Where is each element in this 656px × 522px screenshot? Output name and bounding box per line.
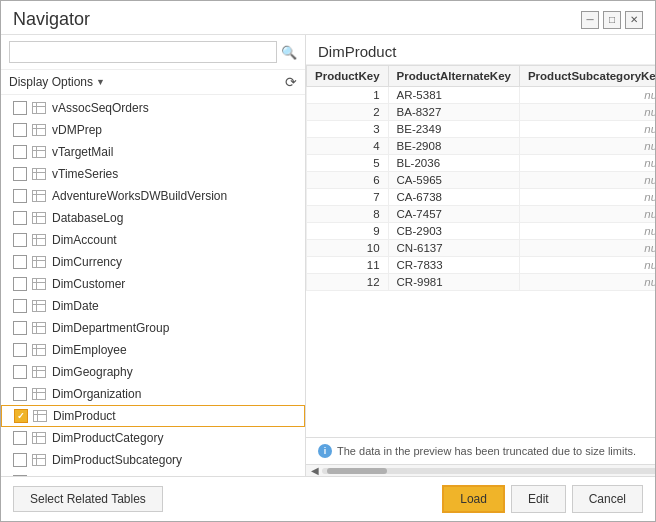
table-cell: CA-6738 [388, 189, 519, 206]
tree-item-checkbox[interactable] [13, 167, 27, 181]
tree-item-checkbox[interactable] [13, 233, 27, 247]
load-button[interactable]: Load [442, 485, 505, 513]
tree-item[interactable]: DimProductSubcategory [1, 449, 305, 471]
tree-item[interactable]: DimProductCategory [1, 427, 305, 449]
tree-item[interactable]: DimOrganization [1, 383, 305, 405]
table-cell: 12 [307, 274, 389, 291]
scrollbar-thumb[interactable] [327, 468, 387, 474]
table-header: ProductKey [307, 66, 389, 87]
tree-item-checkbox[interactable] [13, 101, 27, 115]
table-icon [32, 475, 48, 476]
table-cell: null [519, 138, 655, 155]
tree-item[interactable]: AdventureWorksDWBuildVersion [1, 185, 305, 207]
tree-item-checkbox[interactable] [13, 255, 27, 269]
tree-item-label: DimProduct [53, 409, 116, 423]
tree-item[interactable]: vDMPrep [1, 119, 305, 141]
table-cell: CB-2903 [388, 223, 519, 240]
tree-item-label: DimProductSubcategory [52, 453, 182, 467]
bottom-right: Load Edit Cancel [442, 485, 643, 513]
tree-item-checkbox[interactable] [13, 475, 27, 476]
table-cell: 7 [307, 189, 389, 206]
tree-item[interactable]: DimAccount [1, 229, 305, 251]
table-icon [32, 233, 48, 247]
tree-item-label: DimGeography [52, 365, 133, 379]
tree-item[interactable]: DimEmployee [1, 339, 305, 361]
tree-item-label: vTimeSeries [52, 167, 118, 181]
table-cell: null [519, 172, 655, 189]
table-cell: CR-9981 [388, 274, 519, 291]
table-cell: null [519, 223, 655, 240]
table-icon [32, 167, 48, 181]
tree-item[interactable]: DimProduct [1, 405, 305, 427]
tree-item-checkbox[interactable] [13, 321, 27, 335]
tree-item[interactable]: vTimeSeries [1, 163, 305, 185]
table-cell: 1 [307, 87, 389, 104]
scroll-left-arrow-icon[interactable]: ◀ [308, 465, 322, 476]
table-row: 10CN-6137nullnull [307, 240, 656, 257]
refresh-icon[interactable]: ⟳ [285, 74, 297, 90]
tree-item-checkbox[interactable] [13, 211, 27, 225]
tree-item[interactable]: DimDate [1, 295, 305, 317]
title-bar: Navigator ─ □ ✕ [1, 1, 655, 35]
toolbar: Display Options ▼ ⟳ [1, 70, 305, 95]
table-row: 7CA-6738nullnull [307, 189, 656, 206]
navigator-dialog: Navigator ─ □ ✕ 🔍 Display Options ▼ ⟳ [0, 0, 656, 522]
table-header: ProductAlternateKey [388, 66, 519, 87]
tree-item-checkbox[interactable] [13, 431, 27, 445]
display-options-label: Display Options [9, 75, 93, 89]
maximize-button[interactable]: □ [603, 11, 621, 29]
tree-item-checkbox[interactable] [13, 123, 27, 137]
edit-button[interactable]: Edit [511, 485, 566, 513]
select-related-tables-button[interactable]: Select Related Tables [13, 486, 163, 512]
table-cell: null [519, 274, 655, 291]
tree-item-checkbox[interactable] [13, 343, 27, 357]
truncate-text: The data in the preview has been truncat… [337, 445, 636, 457]
tree-item-label: AdventureWorksDWBuildVersion [52, 189, 227, 203]
table-icon [33, 409, 49, 423]
tree-item[interactable]: vAssocSeqOrders [1, 97, 305, 119]
table-cell: null [519, 121, 655, 138]
table-cell: null [519, 155, 655, 172]
table-icon [32, 343, 48, 357]
display-options-button[interactable]: Display Options ▼ [9, 75, 105, 89]
table-icon [32, 387, 48, 401]
tree-item-checkbox[interactable] [14, 409, 28, 423]
tree-list[interactable]: vAssocSeqOrdersvDMPrepvTargetMailvTimeSe… [1, 95, 305, 476]
tree-item[interactable]: DatabaseLog [1, 207, 305, 229]
table-row: 12CR-9981nullnull [307, 274, 656, 291]
table-icon [32, 101, 48, 115]
cancel-button[interactable]: Cancel [572, 485, 643, 513]
search-bar: 🔍 [1, 35, 305, 70]
tree-item-checkbox[interactable] [13, 453, 27, 467]
tree-item[interactable]: DimDepartmentGroup [1, 317, 305, 339]
table-cell: CN-6137 [388, 240, 519, 257]
table-icon [32, 365, 48, 379]
table-icon [32, 431, 48, 445]
tree-item-checkbox[interactable] [13, 299, 27, 313]
tree-item[interactable]: DimPromotion [1, 471, 305, 476]
tree-item-label: DimEmployee [52, 343, 127, 357]
truncate-notice: i The data in the preview has been trunc… [306, 438, 655, 464]
tree-item[interactable]: DimCustomer [1, 273, 305, 295]
tree-item-checkbox[interactable] [13, 277, 27, 291]
tree-item-checkbox[interactable] [13, 365, 27, 379]
preview-title: DimProduct [318, 43, 396, 60]
table-cell: 8 [307, 206, 389, 223]
tree-item-checkbox[interactable] [13, 145, 27, 159]
table-icon [32, 453, 48, 467]
tree-item[interactable]: DimGeography [1, 361, 305, 383]
tree-item[interactable]: vTargetMail [1, 141, 305, 163]
tree-item[interactable]: DimCurrency [1, 251, 305, 273]
horizontal-scrollbar[interactable]: ◀ ▶ [306, 464, 655, 476]
table-row: 1AR-5381nullnull [307, 87, 656, 104]
minimize-button[interactable]: ─ [581, 11, 599, 29]
main-content: 🔍 Display Options ▼ ⟳ vAssocSeqOrdersvDM… [1, 35, 655, 476]
table-cell: 5 [307, 155, 389, 172]
search-icon[interactable]: 🔍 [281, 45, 297, 60]
search-input[interactable] [9, 41, 277, 63]
tree-item-checkbox[interactable] [13, 189, 27, 203]
table-cell: 9 [307, 223, 389, 240]
tree-item-label: DimCustomer [52, 277, 125, 291]
tree-item-checkbox[interactable] [13, 387, 27, 401]
close-button[interactable]: ✕ [625, 11, 643, 29]
